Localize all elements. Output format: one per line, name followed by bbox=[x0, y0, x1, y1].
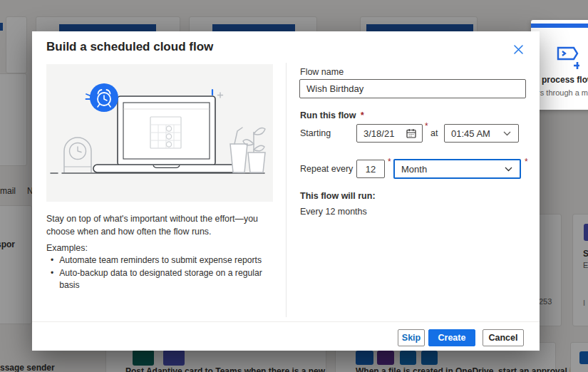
required-marker: * bbox=[388, 157, 391, 167]
start-time-dropdown[interactable]: 01:45 AM bbox=[444, 124, 519, 143]
bullet-glyph: • bbox=[51, 254, 53, 267]
business-process-flow-icon bbox=[557, 46, 579, 71]
repeat-frequency-dropdown[interactable]: Month bbox=[393, 159, 521, 179]
example-text: Automate team reminders to submit expens… bbox=[59, 254, 262, 267]
card-title-fragment: process flow bbox=[542, 75, 588, 85]
required-marker: * bbox=[425, 121, 428, 131]
examples-heading: Examples: bbox=[46, 243, 88, 253]
close-icon bbox=[514, 45, 523, 54]
create-button[interactable]: Create bbox=[428, 329, 475, 346]
example-text: Auto-backup data to designated storage o… bbox=[59, 267, 282, 292]
cancel-button[interactable]: Cancel bbox=[483, 329, 524, 346]
repeat-frequency-value: Month bbox=[401, 164, 505, 175]
flow-summary-heading: This flow will run: bbox=[300, 191, 376, 201]
repeat-interval-input[interactable] bbox=[356, 160, 385, 178]
repeat-every-label: Repeat every bbox=[300, 164, 353, 174]
flow-name-label: Flow name bbox=[300, 67, 344, 77]
chevron-down-icon bbox=[505, 167, 512, 172]
starting-label: Starting bbox=[300, 128, 331, 138]
start-date-field[interactable]: 3/18/21 bbox=[356, 124, 423, 143]
pane-divider bbox=[286, 63, 287, 317]
required-marker: * bbox=[361, 110, 364, 120]
flow-name-input[interactable] bbox=[299, 79, 526, 98]
calendar-icon[interactable] bbox=[406, 128, 416, 138]
at-label: at bbox=[430, 128, 438, 138]
chevron-down-icon bbox=[503, 131, 511, 136]
card-preview-bar bbox=[531, 24, 588, 28]
flow-summary-text: Every 12 months bbox=[300, 207, 367, 217]
laptop-calendar-illustration bbox=[46, 64, 273, 202]
dialog-description: Stay on top of what's important without … bbox=[46, 212, 282, 239]
close-button[interactable] bbox=[511, 42, 525, 56]
skip-button[interactable]: Skip bbox=[398, 329, 425, 346]
example-item: • Automate team reminders to submit expe… bbox=[46, 254, 282, 267]
screen: mail N ms respor ssage sender 253 S E I … bbox=[0, 0, 588, 372]
scheduled-flow-dialog: Build a scheduled cloud flow bbox=[32, 31, 540, 351]
run-this-flow-text: Run this flow bbox=[300, 110, 356, 120]
required-marker: * bbox=[525, 157, 528, 167]
business-process-flow-card: process flow ers through a mu bbox=[531, 20, 588, 110]
start-time-value: 01:45 AM bbox=[451, 128, 503, 139]
dialog-title: Build a scheduled cloud flow bbox=[46, 40, 213, 54]
examples-list: • Automate team reminders to submit expe… bbox=[46, 254, 282, 292]
card-subtitle-fragment: ers through a mu bbox=[533, 88, 588, 97]
footer-divider bbox=[32, 321, 540, 322]
example-item: • Auto-backup data to designated storage… bbox=[46, 267, 282, 292]
scheduled-flow-illustration bbox=[46, 64, 273, 202]
bullet-glyph: • bbox=[51, 267, 53, 292]
run-this-flow-label: Run this flow * bbox=[300, 110, 364, 120]
start-date-value: 3/18/21 bbox=[363, 128, 406, 139]
